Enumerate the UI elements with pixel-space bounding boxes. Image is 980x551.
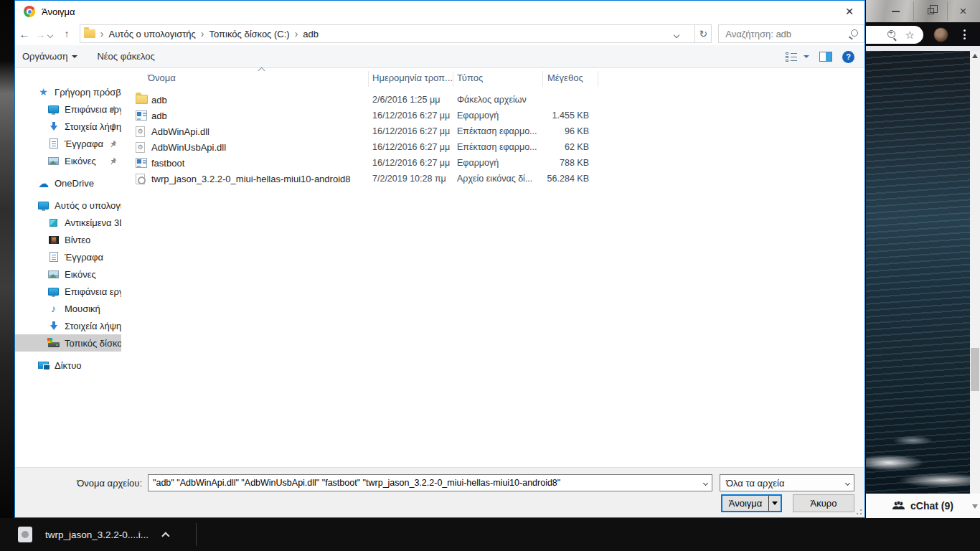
sidebar-item-pictures-qa[interactable]: Εικόνες [15,152,121,169]
file-size: 96 KB [530,126,589,136]
breadcrumb-separator: › [295,28,298,39]
sidebar-label: Αυτός ο υπολογιστή [55,200,121,211]
search-box[interactable] [718,24,864,43]
help-icon[interactable]: ? [842,51,854,63]
pictures-icon [47,157,60,165]
sidebar-item-network[interactable]: Δίκτυο [15,357,121,374]
chevron-up-icon[interactable] [161,532,169,540]
filename-input[interactable] [149,475,699,491]
open-button[interactable]: Άνοιγμα [721,494,782,512]
file-name[interactable]: AdbWinApi.dll [151,126,209,137]
sidebar-item-videos[interactable]: Βίντεο [15,231,121,248]
documents-icon [47,138,60,149]
new-folder-button[interactable]: Νέος φάκελος [97,51,154,62]
sidebar-item-quick-access[interactable]: ★ Γρήγορη πρόσβαση [15,83,121,100]
scrollbar-up-icon[interactable] [972,54,978,58]
file-type: Επέκταση εφαρμο... [457,142,537,152]
browser-close-button[interactable]: × [946,0,980,22]
breadcrumb-drive[interactable]: Τοπικός δίσκος (C:) [209,29,290,39]
table-row[interactable]: twrp_jason_3.2.2-0_miui-hellas-miui10-an… [121,171,864,187]
file-name[interactable]: adb [151,110,167,121]
history-dropdown-icon[interactable] [48,29,58,39]
up-button[interactable]: ↑ [58,28,75,39]
organize-button[interactable]: Οργάνωση [22,51,77,62]
browser-minimize-button[interactable] [879,0,913,22]
sidebar-item-onedrive[interactable]: ☁ OneDrive [15,174,121,192]
dll-icon [136,126,145,137]
file-size: 788 KB [530,158,589,168]
back-button[interactable]: ← [17,28,32,40]
music-icon: ♪ [47,303,60,314]
table-row[interactable]: fastboot 16/12/2016 6:27 μμ Εφαρμογή 788… [121,156,864,171]
download-filename: twrp_jason_3.2.2-0....i... [45,529,149,540]
sidebar-item-documents-qa[interactable]: Έγγραφα [15,135,121,152]
chat-bar[interactable]: cChat (9) [866,494,980,518]
file-type: Αρχείο εικόνας δί... [457,174,532,184]
resize-grip[interactable] [853,506,862,514]
page-scrollbar[interactable] [970,51,980,494]
file-name[interactable]: AdbWinUsbApi.dll [151,142,226,153]
file-size: 62 KB [530,142,589,152]
file-name[interactable]: adb [151,95,167,105]
zoom-icon[interactable] [887,29,898,41]
sidebar-item-pictures[interactable]: Εικόνες [15,265,121,283]
avatar[interactable] [933,27,948,42]
filetype-select[interactable]: Όλα τα αρχεία [720,474,854,491]
table-row[interactable]: AdbWinApi.dll 16/12/2016 6:27 μμ Επέκτασ… [121,124,864,140]
page-top-strip [866,46,980,51]
column-header-date[interactable]: Ημερομηνία τροπ... [372,72,453,83]
column-header-type[interactable]: Τύπος [457,72,483,83]
column-header-size[interactable]: Μέγεθος [547,72,583,83]
table-row[interactable]: AdbWinUsbApi.dll 16/12/2016 6:27 μμ Επέκ… [121,140,864,156]
table-row[interactable]: adb 2/6/2016 1:25 μμ Φάκελος αρχείων [121,93,864,108]
filetype-value: Όλα τα αρχεία [726,478,785,489]
details-view-icon[interactable] [786,52,798,62]
folder-icon [136,95,148,104]
divider [542,71,543,87]
chat-badge: cChat (9) [910,500,953,512]
browser-menu-icon[interactable] [963,27,966,42]
file-date: 7/2/2019 10:28 πμ [372,174,446,184]
dialog-close-button[interactable]: × [839,2,860,21]
forward-button[interactable]: → [32,28,48,40]
browser-restore-button[interactable] [914,0,948,22]
cancel-button[interactable]: Άκυρο [793,494,854,512]
sidebar-label: Δίκτυο [55,360,82,371]
filename-dropdown-icon[interactable] [699,475,712,491]
download-item[interactable]: twrp_jason_3.2.2-0....i... [14,518,170,551]
bookmark-star-icon[interactable]: ☆ [905,29,915,40]
sidebar-item-3d-objects[interactable]: Αντικείμενα 3D [15,214,121,231]
file-name[interactable]: fastboot [151,158,184,169]
column-header-name[interactable]: Όνομα [148,72,176,83]
sidebar-item-downloads[interactable]: Στοιχεία λήψης [15,317,121,334]
sidebar-item-desktop[interactable]: Επιφάνεια εργασίας [15,283,121,300]
sidebar-item-music[interactable]: ♪ Μουσική [15,300,121,317]
search-input[interactable] [719,25,864,42]
search-icon[interactable] [849,29,858,39]
table-row[interactable]: adb 16/12/2016 6:27 μμ Εφαρμογή 1.455 KB [121,108,864,124]
sidebar-item-this-pc[interactable]: Αυτός ο υπολογιστή [15,197,121,214]
address-dropdown-icon[interactable] [674,29,679,39]
breadcrumb[interactable]: › Αυτός ο υπολογιστής › Τοπικός δίσκος (… [80,24,696,43]
sidebar-item-local-disk-c[interactable]: Τοπικός δίσκος (C:) [15,334,121,352]
pin-icon [109,156,117,164]
application-icon [136,110,147,121]
scrollbar-down-icon[interactable] [972,504,978,509]
sidebar-item-desktop-qa[interactable]: Επιφάνεια εργασ [15,100,121,118]
breadcrumb-this-pc[interactable]: Αυτός ο υπολογιστής [109,29,196,39]
view-dropdown-icon[interactable] [804,55,809,58]
filename-combo [148,474,712,491]
refresh-icon[interactable]: ↻ [695,24,712,43]
scrollbar-thumb[interactable] [971,348,979,391]
pictures-icon [47,270,60,278]
open-split-dropdown-icon[interactable] [768,496,781,511]
sidebar-label: Τοπικός δίσκος (C:) [65,338,121,349]
people-icon [892,501,906,511]
breadcrumb-folder[interactable]: adb [303,29,319,39]
file-name[interactable]: twrp_jason_3.2.2-0_miui-hellas-miui10-an… [151,174,350,184]
dialog-titlebar: Άνοιγμα × [15,1,864,22]
screen: × ☆ cChat (9) twrp_jaso [0,0,980,551]
sidebar-item-documents[interactable]: Έγγραφα [15,248,121,265]
sidebar-item-downloads-qa[interactable]: Στοιχεία λήψης [15,118,121,135]
preview-pane-icon[interactable] [819,52,832,62]
